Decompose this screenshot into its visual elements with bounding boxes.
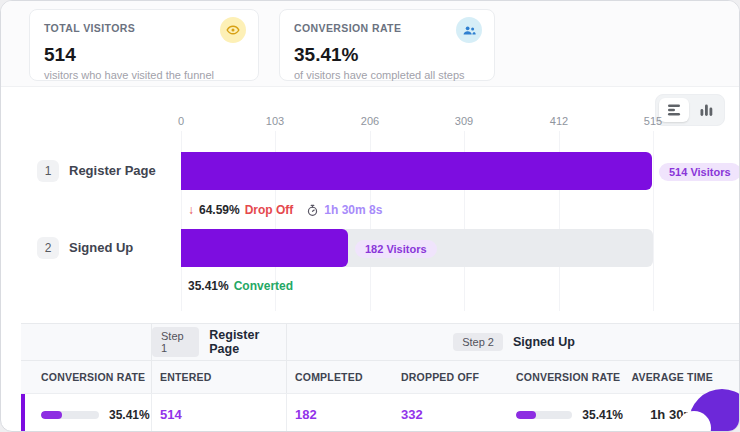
funnel-bar-signed-up[interactable] [181, 229, 348, 267]
visitors-badge: 182 Visitors [355, 240, 437, 258]
group-name: Signed Up [513, 335, 575, 349]
converted-annotation: 35.41% Converted [188, 279, 293, 293]
conversion-rate-subtitle: of visitors have completed all steps [294, 69, 482, 81]
step-number-badge: 1 [37, 160, 59, 182]
entered-cell: 514 [151, 394, 286, 432]
chart-type-toggle [655, 94, 725, 126]
completed-cell: 182 [286, 394, 393, 432]
column-header-conversion-rate-1: CONVERSION RATE [21, 361, 151, 393]
conversion-progress-track [41, 411, 99, 419]
gridline [653, 131, 654, 311]
column-header-dropped-off: DROPPED OFF [393, 361, 508, 393]
funnel-bar-register-page[interactable] [181, 152, 652, 190]
visitors-badge: 514 Visitors [659, 163, 740, 181]
group-header-empty [21, 324, 151, 360]
conversion-rate-value: 35.41% [582, 408, 623, 422]
column-header-conversion-rate-2: CONVERSION RATE [508, 361, 623, 393]
dropped-off-cell: 332 [393, 394, 508, 432]
funnel-chart: 0 103 206 309 412 515 1 Register Page 51… [1, 87, 739, 323]
vertical-bar-toggle-button[interactable] [691, 98, 721, 122]
users-icon [456, 17, 482, 43]
converted-label: Converted [234, 279, 293, 293]
group-header-step-1: Step 1 Register Page [151, 324, 286, 360]
total-visitors-value: 514 [44, 44, 246, 66]
funnel-dashboard: TOTAL VISITORS 514 visitors who have vis… [0, 0, 740, 432]
conversion-rate-cell-1: 35.41% [21, 394, 151, 432]
step-chip: Step 1 [152, 327, 199, 357]
conversion-progress-track [516, 411, 572, 419]
drop-off-annotation: ↓ 64.59% Drop Off 1h 30m 8s [188, 203, 382, 217]
funnel-breakdown-table: Step 1 Register Page Step 2 Signed Up CO… [21, 323, 740, 432]
axis-tick: 0 [178, 115, 184, 127]
step-chip: Step 2 [453, 333, 503, 351]
horizontal-bar-toggle-button[interactable] [659, 98, 689, 122]
table-row[interactable]: 35.41% 514 182 332 35.41% 1h 30m 8s [21, 393, 740, 432]
group-header-step-2: Step 2 Signed Up [286, 324, 740, 360]
conversion-rate-title: CONVERSION RATE [294, 19, 401, 34]
total-visitors-card: TOTAL VISITORS 514 visitors who have vis… [29, 9, 259, 81]
axis-tick: 309 [455, 115, 473, 127]
axis-tick: 103 [266, 115, 284, 127]
table-group-header-row: Step 1 Register Page Step 2 Signed Up [21, 324, 740, 360]
column-header-completed: COMPLETED [286, 361, 393, 393]
step-label: Register Page [69, 163, 156, 178]
converted-percent: 35.41% [188, 279, 229, 293]
stats-row: TOTAL VISITORS 514 visitors who have vis… [1, 1, 739, 87]
table-column-header-row: CONVERSION RATE ENTERED COMPLETED DROPPE… [21, 360, 740, 393]
conversion-rate-card: CONVERSION RATE 35.41% of visitors have … [279, 9, 495, 81]
horizontal-bars-icon [667, 103, 682, 117]
axis-tick: 515 [644, 115, 662, 127]
axis-tick: 412 [550, 115, 568, 127]
drop-off-label: Drop Off [245, 203, 294, 217]
down-arrow-icon: ↓ [188, 203, 194, 217]
conversion-rate-value: 35.41% [109, 408, 150, 422]
vertical-bars-icon [699, 103, 714, 117]
conversion-rate-cell-2: 35.41% [508, 394, 623, 432]
step-label: Signed Up [69, 240, 133, 255]
conversion-progress-fill [516, 411, 536, 419]
drop-off-time: 1h 30m 8s [324, 203, 382, 217]
eye-icon [220, 17, 246, 43]
drop-off-percent: 64.59% [199, 203, 240, 217]
stopwatch-icon [306, 204, 319, 217]
conversion-progress-fill [41, 411, 62, 419]
step-number-badge: 2 [37, 237, 59, 259]
axis-tick: 206 [361, 115, 379, 127]
group-name: Register Page [209, 328, 286, 356]
column-header-entered: ENTERED [151, 361, 286, 393]
total-visitors-subtitle: visitors who have visited the funnel [44, 69, 246, 81]
total-visitors-title: TOTAL VISITORS [44, 19, 135, 34]
conversion-rate-value: 35.41% [294, 44, 482, 66]
